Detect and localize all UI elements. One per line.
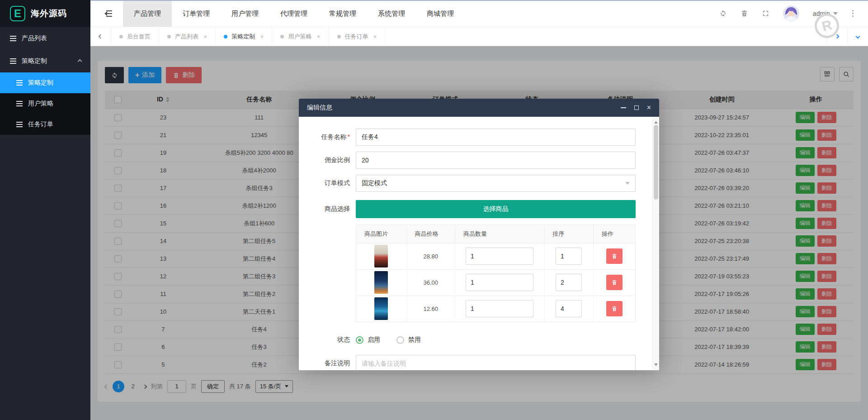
product-select-row: 商品选择 选择商品 商品图片商品价格商品数量排序操作 28.8036.0012.… xyxy=(312,200,636,322)
product-qty-cell xyxy=(455,296,544,322)
tab-user-strategy[interactable]: 用户策略× xyxy=(272,27,329,46)
list-icon xyxy=(10,36,16,41)
tab-dot-icon xyxy=(224,35,227,38)
status-radio-enabled[interactable]: 启用 xyxy=(356,336,380,344)
scroll-up-icon[interactable] xyxy=(654,119,658,124)
tab-close-icon[interactable]: × xyxy=(373,33,377,40)
close-icon[interactable]: × xyxy=(647,104,651,111)
sort-input[interactable] xyxy=(556,248,582,265)
dialog-titlebar[interactable]: 编辑信息 × xyxy=(299,99,659,117)
dialog-body: 任务名称* 佣金比例 订单模式 固定模式 xyxy=(299,117,659,370)
sidebar-toggle-icon[interactable] xyxy=(102,10,112,17)
scrollbar-thumb[interactable] xyxy=(654,125,658,200)
product-action-cell xyxy=(593,269,635,296)
tabs-menu-button[interactable] xyxy=(847,27,868,46)
choose-product-button[interactable]: 选择商品 xyxy=(356,200,636,218)
sort-input[interactable] xyxy=(556,274,582,291)
tab-strategy-custom[interactable]: 策略定制× xyxy=(216,27,272,46)
radio-icon xyxy=(356,336,363,344)
product-column-header: 商品数量 xyxy=(455,225,544,243)
sidebar-subitem-strategy-custom[interactable]: 策略定制 xyxy=(0,72,90,93)
sidebar-subitem-label: 任务订单 xyxy=(28,120,53,129)
tabs-scroll-left-button[interactable] xyxy=(90,27,111,46)
trash-icon xyxy=(611,305,618,312)
product-image-cell xyxy=(356,296,406,322)
task-name-label: 任务名称* xyxy=(312,133,356,141)
product-price-cell: 28.80 xyxy=(406,243,455,269)
scroll-down-icon[interactable] xyxy=(654,363,658,368)
sidebar-subitem-task-order[interactable]: 任务订单 xyxy=(0,114,90,135)
product-price-cell: 12.60 xyxy=(406,296,455,322)
order-mode-select[interactable]: 固定模式 xyxy=(356,175,636,192)
product-column-header: 操作 xyxy=(593,225,635,243)
remark-input[interactable] xyxy=(356,355,636,370)
product-row: 36.00 xyxy=(356,269,635,296)
tab-dot-icon xyxy=(280,35,284,38)
top-header: 产品管理订单管理用户管理代理管理常规管理系统管理商城管理 admin xyxy=(90,0,868,27)
header-actions: admin xyxy=(719,5,868,22)
maximize-icon[interactable] xyxy=(634,105,639,110)
minimize-icon[interactable] xyxy=(621,107,626,108)
topnav-item-agent[interactable]: 代理管理 xyxy=(269,0,318,27)
more-options-icon[interactable] xyxy=(851,9,854,18)
sidebar-item-product-list[interactable]: 产品列表 xyxy=(0,27,90,50)
tab-close-icon[interactable]: × xyxy=(203,33,207,40)
qty-input[interactable] xyxy=(466,248,533,265)
product-row: 12.60 xyxy=(356,296,635,322)
commission-label: 佣金比例 xyxy=(312,156,356,164)
tab-close-icon[interactable]: × xyxy=(316,33,320,40)
chevron-up-icon xyxy=(78,59,82,63)
topnav-item-system[interactable]: 系统管理 xyxy=(367,0,416,27)
dialog-scrollbar[interactable] xyxy=(652,117,659,370)
tab-home[interactable]: 后台首页 xyxy=(111,27,159,46)
sidebar-subitem-label: 策略定制 xyxy=(28,79,53,87)
user-menu[interactable]: admin xyxy=(813,10,838,17)
status-row: 状态 启用 禁用 xyxy=(312,336,636,344)
status-radio-disabled[interactable]: 禁用 xyxy=(396,336,421,344)
row-delete-button[interactable] xyxy=(606,248,623,264)
row-delete-button[interactable] xyxy=(606,275,623,290)
qty-input[interactable] xyxy=(466,274,533,291)
chevron-down-icon xyxy=(833,12,838,17)
product-sort-cell xyxy=(544,243,594,269)
product-row: 28.80 xyxy=(356,243,635,269)
dialog-title: 编辑信息 xyxy=(307,104,332,112)
trash-icon[interactable] xyxy=(741,10,748,17)
tab-close-icon[interactable]: × xyxy=(260,33,264,40)
radio-icon xyxy=(396,336,404,344)
tab-product-list[interactable]: 产品列表× xyxy=(159,27,216,46)
required-mark: * xyxy=(348,133,350,140)
product-select-label: 商品选择 xyxy=(312,200,356,213)
refresh-icon[interactable] xyxy=(719,10,727,17)
product-action-cell xyxy=(593,296,635,322)
qty-input[interactable] xyxy=(466,300,533,317)
sidebar-item-strategy-custom[interactable]: 策略定制 xyxy=(0,50,90,72)
topnav-item-general[interactable]: 常规管理 xyxy=(318,0,367,27)
sidebar-subitem-user-strategy[interactable]: 用户策略 xyxy=(0,93,90,114)
task-name-row: 任务名称* xyxy=(312,129,636,146)
commission-input[interactable] xyxy=(356,152,636,169)
topnav-item-order[interactable]: 订单管理 xyxy=(172,0,221,27)
task-name-input[interactable] xyxy=(356,129,636,146)
avatar[interactable] xyxy=(783,5,799,22)
tabs-scroll-right-button[interactable] xyxy=(826,27,847,46)
product-qty-cell xyxy=(455,269,544,296)
tab-label: 任务订单 xyxy=(345,33,368,41)
sidebar-item-label: 产品列表 xyxy=(22,34,47,43)
tab-task-order[interactable]: 任务订单× xyxy=(329,27,386,46)
product-sort-cell xyxy=(544,269,594,296)
topnav-item-user[interactable]: 用户管理 xyxy=(221,0,269,27)
content-area: + 添加 删除 xyxy=(90,46,868,420)
tab-dot-icon xyxy=(167,35,171,38)
topnav-item-product[interactable]: 产品管理 xyxy=(123,0,172,27)
order-mode-row: 订单模式 固定模式 xyxy=(312,175,636,192)
remark-label: 备注说明 xyxy=(312,359,356,368)
row-delete-button[interactable] xyxy=(606,301,623,316)
fullscreen-icon[interactable] xyxy=(762,10,769,17)
top-menu: 产品管理订单管理用户管理代理管理常规管理系统管理商城管理 xyxy=(123,0,465,27)
topnav-item-mall[interactable]: 商城管理 xyxy=(416,0,465,27)
tab-dot-icon xyxy=(119,35,123,38)
sidebar-item-label: 策略定制 xyxy=(22,57,47,65)
sort-input[interactable] xyxy=(556,300,582,317)
product-image-cell xyxy=(356,243,406,269)
